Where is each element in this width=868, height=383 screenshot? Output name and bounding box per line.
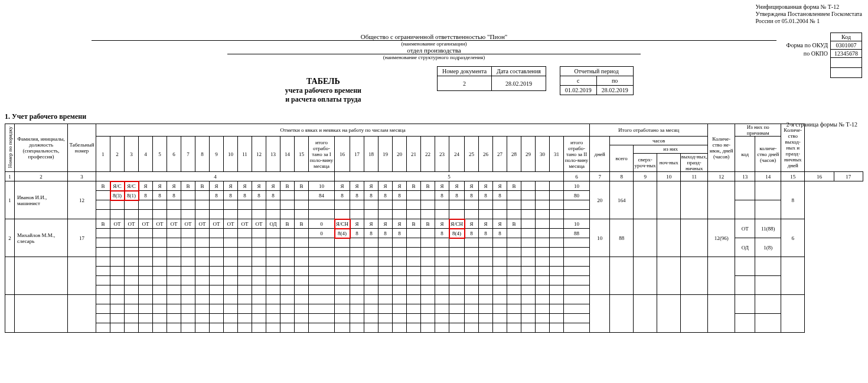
org-name: Общество с ограниченной ответственностью… <box>92 33 776 41</box>
codes-block: Код Форма по ОКУД0301007 по ОКПО12345678 <box>783 33 862 78</box>
section-1-title: 1. Учет рабочего времени <box>5 112 863 121</box>
table-row: 1Иванов И.И., машинист12ВЯ/СЯ/СЯЯЯВВЯЯЯЯ… <box>5 181 863 191</box>
col-numbers-row: 123 4 5 6 7891011121314151617 <box>5 172 863 181</box>
org-name-note: (наименование организации) <box>5 41 863 47</box>
table-row <box>5 295 863 304</box>
table-row <box>5 257 863 267</box>
timesheet-table: Номер по порядку Фамилия, инициалы, долж… <box>5 124 863 333</box>
form-header: Унифицированная форма № Т-12 Утверждена … <box>755 5 862 25</box>
table-header: Номер по порядку Фамилия, инициалы, долж… <box>5 124 863 181</box>
page-2-label: 2-я страница формы № Т-12 <box>787 121 857 128</box>
doc-title: ТАБЕЛЬ учета рабочего времени и расчета … <box>234 77 412 104</box>
dept-name-note: (наименование структурного подразделения… <box>5 54 863 60</box>
dept-name: отдел производства <box>227 47 641 54</box>
report-period-block: Отчетный период спо 01.02.201928.02.2019 <box>560 66 634 95</box>
doc-number-block: Номер документаДата составления 228.02.2… <box>437 66 546 91</box>
table-row: 2Михайлов М.М., слесарь17ВОТОТОТОТОТОТОТ… <box>5 219 863 229</box>
table-body: 1Иванов И.И., машинист12ВЯ/СЯ/СЯЯЯВВЯЯЯЯ… <box>5 181 863 333</box>
